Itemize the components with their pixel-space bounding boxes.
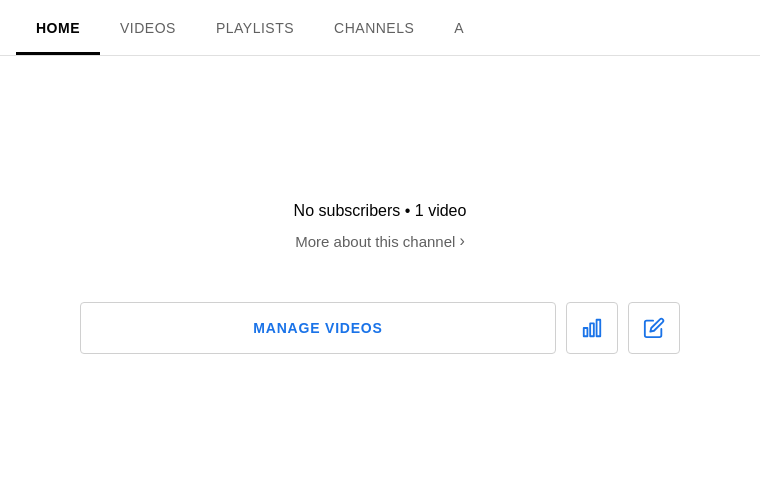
tab-channels[interactable]: CHANNELS	[314, 0, 434, 55]
action-row: MANAGE VIDEOS	[80, 302, 680, 354]
analytics-button[interactable]	[566, 302, 618, 354]
manage-videos-button[interactable]: MANAGE VIDEOS	[80, 302, 556, 354]
main-content: No subscribers • 1 video More about this…	[0, 56, 760, 500]
channel-info: No subscribers • 1 video More about this…	[294, 202, 467, 290]
chevron-right-icon: ›	[459, 232, 464, 250]
channel-stats: No subscribers • 1 video	[294, 202, 467, 220]
more-about-link[interactable]: More about this channel ›	[294, 232, 467, 250]
svg-rect-1	[590, 323, 594, 336]
more-about-label: More about this channel	[295, 233, 455, 250]
svg-rect-0	[584, 328, 588, 336]
tab-videos[interactable]: VIDEOS	[100, 0, 196, 55]
tab-playlists[interactable]: PLAYLISTS	[196, 0, 314, 55]
tab-home[interactable]: HOME	[16, 0, 100, 55]
bar-chart-icon	[581, 317, 603, 339]
pencil-icon	[643, 317, 665, 339]
edit-button[interactable]	[628, 302, 680, 354]
tab-about[interactable]: A	[434, 0, 484, 55]
tab-bar: HOME VIDEOS PLAYLISTS CHANNELS A	[0, 0, 760, 56]
svg-rect-2	[597, 320, 601, 337]
